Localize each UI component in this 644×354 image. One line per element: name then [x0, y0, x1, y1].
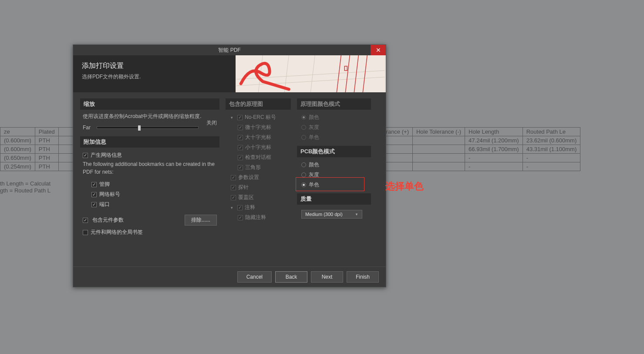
next-button[interactable]: Next [311, 271, 343, 283]
footer-buttons: Cancel Back Next Finish [73, 266, 386, 287]
table-cell: - [465, 162, 523, 171]
table-cell: (0.254mm) [0, 162, 35, 171]
sch-color-label: 颜色 [309, 114, 319, 121]
exclude-button[interactable]: 排除...... [185, 215, 217, 226]
table-cell: 47.24mil (1.200mm) [465, 136, 523, 145]
chevron-down-icon: ▼ [355, 212, 358, 216]
micro-cross-label: 微十字光标 [245, 124, 271, 131]
ports-checkbox[interactable] [91, 202, 97, 207]
table-cell: 43.31mil (1.100mm) [523, 145, 580, 154]
pcb-color-radio[interactable] [301, 162, 306, 167]
finish-button[interactable]: Finish [347, 271, 379, 283]
global-bookmarks-checkbox[interactable] [83, 230, 88, 235]
zoom-section-header: 缩放 [80, 98, 219, 110]
include-params-label: 包含元件参数 [92, 216, 180, 224]
slider-far-label: Far [83, 125, 92, 131]
quality-value: Medium (300 dpi) [305, 212, 343, 217]
zoom-slider[interactable] [97, 126, 199, 129]
table-header: Plated [35, 128, 58, 136]
quality-dropdown[interactable]: Medium (300 dpi) ▼ [301, 210, 362, 219]
cancel-button[interactable]: Cancel [237, 271, 272, 283]
check-box-checkbox [238, 155, 243, 160]
acrobat-banner-graphic [236, 55, 386, 92]
sch-mono-radio [301, 135, 306, 140]
table-cell: PTH [35, 145, 58, 154]
hidden-notes-checkbox [238, 215, 243, 220]
table-cell: 23.62mil (0.600mm) [523, 136, 580, 145]
background-footer-text: th Length = Calculat gth = Routed Path L [0, 180, 51, 194]
table-cell [412, 145, 465, 154]
no-erc-checkbox [237, 115, 243, 120]
dialog-title: 智能 PDF [218, 47, 240, 53]
small-cross-label: 小十字光标 [245, 144, 271, 151]
include-params-checkbox[interactable] [83, 218, 88, 223]
netlabels-label: 网络标号 [99, 191, 120, 198]
large-cross-label: 大十字光标 [245, 134, 271, 141]
pcb-grey-radio[interactable] [301, 172, 306, 177]
annotation-text: 选择单色 [385, 180, 424, 193]
table-cell [412, 162, 465, 171]
table-cell: - [523, 154, 580, 162]
back-button[interactable]: Back [275, 271, 307, 283]
additional-section-header: 附加信息 [80, 136, 219, 148]
zoom-slider-thumb[interactable] [138, 125, 141, 131]
table-header: ze [0, 128, 35, 136]
check-box-label: 检查对话框 [245, 154, 271, 161]
pcb-color-label: 颜色 [309, 161, 319, 169]
table-cell: (0.600mm) [0, 145, 35, 154]
expand-icon: ▾ [231, 206, 235, 210]
sch-grey-radio [301, 125, 306, 130]
slider-close-label: 关闭 [206, 119, 217, 127]
no-erc-label: No-ERC 标号 [245, 114, 276, 121]
close-button[interactable]: ✕ [371, 45, 386, 55]
table-cell: PTH [35, 162, 58, 171]
pcb-color-header: PCB颜色模式 [297, 146, 371, 157]
netlabels-checkbox[interactable] [91, 192, 97, 197]
micro-cross-checkbox [238, 125, 243, 130]
table-cell: - [465, 154, 523, 162]
table-header: Routed Path Le [523, 128, 580, 136]
zoom-description: 使用该进度条控制Acrobat中元件或网络的缩放程度. [80, 112, 219, 124]
table-cell: 66.93mil (1.700mm) [465, 145, 523, 154]
table-header: Hole Length [465, 128, 523, 136]
table-cell [412, 154, 465, 162]
generate-net-label: 产生网络信息 [91, 152, 122, 159]
large-cross-checkbox [238, 135, 243, 140]
generate-net-checkbox[interactable] [83, 153, 88, 158]
triangle-checkbox [238, 165, 243, 170]
notes-checkbox [237, 205, 243, 210]
param-settings-label: 参数设置 [238, 174, 259, 181]
sch-grey-label: 灰度 [309, 124, 319, 131]
ports-label: 端口 [99, 201, 110, 208]
table-cell: PTH [35, 154, 58, 162]
triangle-label: 三角形 [245, 164, 261, 171]
probes-checkbox [231, 185, 236, 190]
small-cross-checkbox [238, 145, 243, 150]
pcb-grey-label: 灰度 [309, 171, 319, 179]
probes-label: 探针 [238, 184, 249, 191]
included-sch-header: 包含的原理图 [226, 98, 291, 110]
header-banner: 添加打印设置 选择PDF文件的额外设置. [73, 55, 386, 92]
table-cell: (0.650mm) [0, 154, 35, 162]
global-bookmarks-label: 元件和网络的全局书签 [91, 229, 143, 236]
notes-label: 注释 [245, 204, 255, 211]
sch-color-radio [301, 115, 306, 120]
expand-icon: ▾ [231, 115, 235, 120]
pins-checkbox[interactable] [91, 182, 97, 187]
table-cell: PTH [35, 136, 58, 145]
sch-mono-label: 单色 [309, 134, 319, 141]
sch-color-header: 原理图颜色模式 [297, 98, 371, 110]
blankets-checkbox [231, 195, 236, 200]
table-cell [412, 136, 465, 145]
blankets-label: 覆盖区 [238, 194, 254, 201]
pcb-mono-radio[interactable] [301, 182, 306, 187]
hidden-notes-label: 隐藏注释 [245, 214, 266, 221]
pins-label: 管脚 [99, 181, 110, 188]
titlebar: 智能 PDF ✕ [73, 45, 386, 55]
table-header: Hole Tolerance (-) [412, 128, 465, 136]
additional-desc: The following additional bookmarks can b… [80, 160, 219, 179]
smart-pdf-dialog: 智能 PDF ✕ 添加打印设置 选择PDF文件的额外设置. [73, 44, 386, 287]
param-settings-checkbox [231, 175, 236, 180]
table-cell: (0.600mm) [0, 136, 35, 145]
table-cell: - [523, 162, 580, 171]
